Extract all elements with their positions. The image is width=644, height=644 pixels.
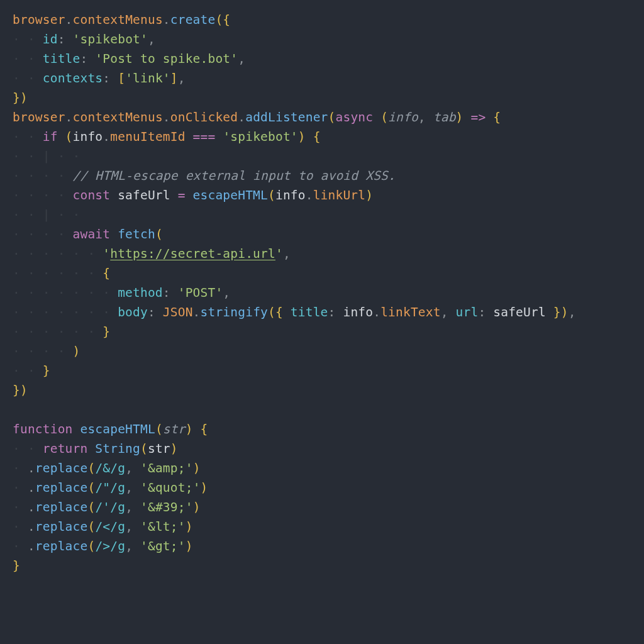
code-token: 'Post to spike.bot' [95,52,238,66]
code-token: const [73,188,118,203]
code-line: }) [13,383,28,397]
code-token: ( [155,227,163,242]
code-token: : [478,305,493,319]
code-block: browser.contextMenus.create({ · · id: 's… [0,0,644,586]
code-token: , [125,539,140,553]
code-token: browser [13,110,65,125]
code-token: ({ [268,305,291,319]
code-token: ( [87,539,95,553]
code-token: ) [73,344,80,358]
code-token: ) [365,188,373,203]
code-token: /&/g [95,461,125,475]
code-token: escapeHTML [193,188,268,203]
code-token: . [28,461,35,475]
code-token: safeUrl [493,305,546,319]
code-token: escapeHTML [80,422,155,436]
code-token: } [43,364,50,378]
code-token: contexts [43,71,103,86]
code-token: contextMenus [73,13,163,27]
code-token: }) [546,305,569,319]
code-token: }) [13,383,28,397]
code-token: : [328,305,343,319]
code-token: linkUrl [313,188,366,203]
code-token: · · [13,71,43,86]
code-token: str [148,441,170,456]
code-token: . [28,519,35,534]
code-line: }) [13,91,28,105]
code-token: />/g [95,539,125,553]
code-token: ) [201,480,208,495]
code-token: , [418,110,433,125]
code-token: method [118,286,163,300]
code-token: return [43,441,96,456]
code-token: { [103,266,110,280]
code-token: · [13,461,28,475]
code-token: contextMenus [73,110,163,125]
code-token: : [103,71,118,86]
code-token: , [441,305,456,319]
code-line: · .replace(/'/g, '&#39;') [13,500,201,514]
code-line: · .replace(/</g, '&lt;') [13,519,193,534]
code-token [13,402,20,417]
code-token: ( [155,422,163,436]
code-token: ( [65,130,73,144]
code-token: create [170,13,216,27]
code-token: ( [328,110,336,125]
code-token: , [569,305,576,319]
code-line: · · return String(str) [13,441,178,456]
code-token: ({ [215,13,230,27]
code-token: title [291,305,328,319]
code-token: : [58,32,73,47]
code-token: · · · · [13,227,73,242]
code-token: fetch [118,227,155,242]
code-token: stringify [201,305,268,319]
code-token: . [28,539,35,553]
code-token: ) [456,110,464,125]
code-token: replace [35,461,88,475]
code-token: 'spikebot' [73,32,148,47]
code-token: tab [433,110,456,125]
code-token: /"/g [95,480,125,495]
code-token: info [343,305,373,319]
code-token: url [456,305,479,319]
code-token: ) [193,461,201,475]
code-token: '&#39;' [140,500,193,514]
code-token: /</g [95,519,125,534]
code-token: . [373,305,380,319]
code-line: · · · · ) [13,344,80,358]
code-token: 'link' [125,71,170,86]
code-token: replace [35,539,88,553]
code-token: . [163,13,170,27]
code-token: title [43,52,80,66]
code-token: · · | · · [13,149,87,164]
code-token: if [43,130,65,144]
code-line: · · | · · [13,149,87,164]
code-token: } [13,558,20,573]
code-token: https://secret-api.url [110,247,275,261]
code-token: . [28,480,35,495]
code-line: · · | · · [13,208,87,222]
code-line: · · · · await fetch( [13,227,163,242]
code-token: linkText [380,305,441,319]
code-token: , [125,461,140,475]
code-token: addListener [245,110,328,125]
code-token: · · · · · · [13,325,103,339]
code-token: , [283,247,291,261]
code-line: · · } [13,364,50,378]
code-token: · · · · · · · [13,286,118,300]
code-token: browser [13,13,65,27]
code-token: info [275,188,306,203]
code-token: '&quot;' [140,480,201,495]
code-token: : [163,286,178,300]
code-token: info [388,110,418,125]
code-token: , [125,500,140,514]
code-token: replace [35,480,88,495]
code-token: · · · · [13,344,73,358]
code-token: 'POST' [178,286,223,300]
code-token: ( [87,461,95,475]
code-token: , [125,519,140,534]
code-token: }) [13,91,28,105]
code-token: ) [193,500,201,514]
code-token: ( [87,519,95,534]
code-token: async [336,110,381,125]
